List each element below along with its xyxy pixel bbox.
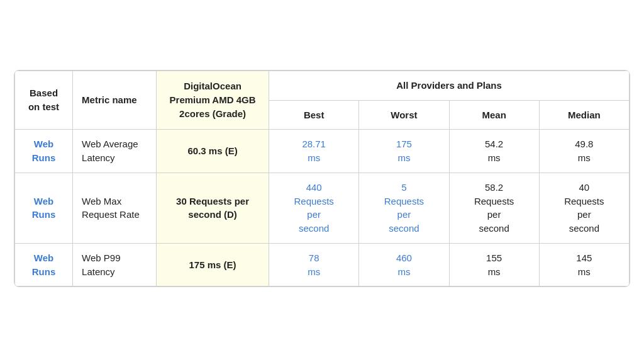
row-2-mean: 155ms <box>449 243 539 286</box>
row-1-median: 40Requestspersecond <box>539 173 629 243</box>
row-2-test[interactable]: WebRuns <box>15 243 73 286</box>
row-0-mean: 54.2ms <box>449 130 539 173</box>
row-2-metric: Web P99 Latency <box>73 243 157 286</box>
row-0-best: 28.71ms <box>269 130 359 173</box>
header-best: Best <box>269 100 359 130</box>
row-1-do-value: 30 Requests per second (D) <box>157 173 269 243</box>
row-2-best: 78ms <box>269 243 359 286</box>
header-all-providers: All Providers and Plans <box>269 71 630 100</box>
header-digitalocean: DigitalOcean Premium AMD 4GB 2cores (Gra… <box>157 71 269 130</box>
row-1-mean: 58.2Requestspersecond <box>449 173 539 243</box>
header-worst: Worst <box>359 100 449 130</box>
row-1-metric: Web Max Request Rate <box>73 173 157 243</box>
row-1-best: 440Requestspersecond <box>269 173 359 243</box>
header-based-on-test: Based on test <box>15 71 73 130</box>
row-0-test[interactable]: WebRuns <box>15 130 73 173</box>
row-0-worst: 175ms <box>359 130 449 173</box>
row-2-worst: 460ms <box>359 243 449 286</box>
row-0-do-value: 60.3 ms (E) <box>157 130 269 173</box>
header-mean: Mean <box>449 100 539 130</box>
comparison-table: Based on test Metric name DigitalOcean P… <box>14 70 630 288</box>
header-metric-name: Metric name <box>73 71 157 130</box>
row-0-median: 49.8ms <box>539 130 629 173</box>
row-2-do-value: 175 ms (E) <box>157 243 269 286</box>
header-median: Median <box>539 100 629 130</box>
row-2-median: 145ms <box>539 243 629 286</box>
row-1-test[interactable]: WebRuns <box>15 173 73 243</box>
row-0-metric: Web Average Latency <box>73 130 157 173</box>
row-1-worst: 5Requestspersecond <box>359 173 449 243</box>
